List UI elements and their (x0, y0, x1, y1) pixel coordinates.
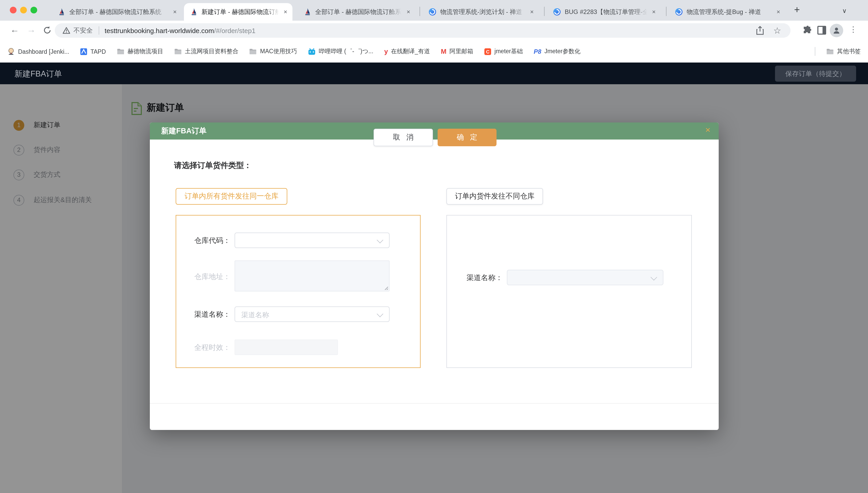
zoom-window-button[interactable] (30, 7, 37, 14)
bookmark-folder-mac[interactable]: MAC使用技巧 (249, 47, 297, 55)
url-host[interactable]: testtrunkbooking.hart-worldwide.com (105, 27, 214, 34)
different-warehouse-panel: 渠道名称： (447, 215, 692, 368)
warehouse-address-label: 仓库地址： (176, 272, 231, 282)
zentao-icon (428, 8, 437, 16)
back-icon[interactable]: ← (10, 25, 19, 35)
browser-toolbar: ← → 不安全 testtrunkbooking.hart-worldwide.… (0, 21, 868, 40)
profile-avatar[interactable] (830, 24, 843, 37)
bookmark-jenkins[interactable]: Dashboard [Jenki... (7, 47, 69, 55)
channel-name-label: 渠道名称： (447, 273, 503, 283)
folder-icon (249, 48, 257, 55)
svg-text:C: C (486, 49, 490, 54)
browser-menu-kebab-icon[interactable]: ⋮ (849, 25, 857, 34)
bookmark-tapd[interactable]: TAPD (80, 48, 106, 55)
address-divider (99, 26, 99, 35)
url-path[interactable]: /#/order/step1 (214, 27, 255, 34)
bookmark-label: TAPD (90, 48, 106, 55)
bookmark-alimail[interactable]: M阿里邮箱 (441, 47, 473, 55)
bookmark-label: 赫德物流项目 (128, 47, 163, 55)
person-icon (832, 26, 841, 35)
bookmark-jmeter-params[interactable]: P8Jmeter参数化 (534, 47, 581, 55)
address-bar[interactable]: 不安全 testtrunkbooking.hart-worldwide.com/… (55, 23, 790, 38)
csdn-icon: C (484, 48, 491, 55)
hart-logo-icon (190, 8, 198, 16)
tab-close-icon[interactable]: × (776, 8, 781, 16)
channel-name-select-disabled[interactable] (507, 270, 664, 285)
side-panel-icon[interactable] (817, 25, 827, 35)
tab-close-icon[interactable]: × (283, 8, 288, 16)
p8-icon: P8 (534, 48, 541, 55)
tab-title: 全部订单 - 赫德国际物流订舱系统 (315, 7, 404, 16)
cancel-button[interactable]: 取 消 (373, 129, 433, 146)
save-order-button[interactable]: 保存订单（待提交） (775, 66, 856, 82)
browser-window: 全部订单 - 赫德国际物流订舱系统 × 新建订单 - 赫德国际物流订舱系统 × … (0, 0, 868, 493)
tab-close-icon[interactable]: × (529, 8, 535, 16)
tab-title: 物流管理系统-提Bug - 禅道 (687, 7, 774, 16)
other-bookmarks-label: 其他书签 (837, 47, 861, 55)
bookmark-folder-tuliu[interactable]: 土流网项目资料整合 (174, 47, 238, 55)
youdao-icon: y (384, 47, 388, 55)
close-window-button[interactable] (10, 7, 17, 14)
resize-grip-icon[interactable] (384, 286, 389, 291)
tab-close-icon[interactable]: × (172, 8, 178, 16)
channel-name-label: 渠道名称： (176, 310, 231, 319)
forward-icon[interactable]: → (27, 25, 36, 35)
bilibili-icon (308, 48, 316, 55)
channel-placeholder: 渠道名称 (241, 310, 269, 320)
share-icon[interactable] (756, 26, 764, 35)
jenkins-icon (7, 47, 15, 55)
tab-zentao-bug-2283[interactable]: BUG #2283【物流订单管理-全 × (547, 3, 661, 21)
tab-search-caret-icon[interactable]: ∨ (842, 7, 847, 15)
new-tab-button[interactable]: + (794, 4, 800, 16)
tab-new-order-active[interactable]: 新建订单 - 赫德国际物流订舱系统 × (184, 3, 292, 21)
bookmark-star-icon[interactable]: ☆ (774, 25, 781, 36)
hart-logo-icon (57, 8, 66, 16)
bookmark-folder-hede[interactable]: 赫德物流项目 (117, 47, 163, 55)
tab-separator (544, 7, 545, 16)
same-warehouse-panel: 仓库代码： 仓库地址： 渠道名称： 渠道名称 全程时效： (176, 215, 420, 368)
modal-title: 新建FBA订单 (161, 126, 207, 136)
tab-zentao-plan[interactable]: 物流管理系统-浏览计划 - 禅道 × (422, 3, 539, 21)
modal-header: 新建FBA订单 × (150, 123, 719, 140)
new-fba-order-modal: 新建FBA订单 × 请选择订单货件类型： 订单内所有货件发往同一仓库 订单内货件… (150, 123, 719, 430)
bookmark-bilibili[interactable]: 哔哩哔哩 (゜-゜)つ... (308, 47, 373, 55)
tab-title: BUG #2283【物流订单管理-全 (565, 7, 649, 16)
bookmark-jmeter-basic[interactable]: Cjmeter基础 (484, 47, 523, 55)
not-secure-warning-icon (63, 27, 70, 34)
option-same-warehouse-button[interactable]: 订单内所有货件发往同一仓库 (176, 188, 287, 205)
tab-close-icon[interactable]: × (651, 8, 657, 16)
extensions-puzzle-icon[interactable] (802, 25, 813, 36)
tab-all-orders-2[interactable]: 全部订单 - 赫德国际物流订舱系统 × (298, 3, 415, 21)
option-different-warehouse-button[interactable]: 订单内货件发往不同仓库 (447, 188, 543, 205)
bookmark-label: 在线翻译_有道 (391, 47, 430, 55)
warehouse-code-select[interactable] (235, 233, 390, 248)
confirm-button[interactable]: 确 定 (438, 129, 497, 146)
bookmark-label: 阿里邮箱 (450, 47, 473, 55)
bookmarks-bar: Dashboard [Jenki... TAPD 赫德物流项目 土流网项目资料整… (0, 40, 868, 63)
folder-icon (117, 48, 125, 55)
bookmark-label: MAC使用技巧 (260, 47, 297, 55)
bookmarks-divider (815, 47, 815, 56)
channel-name-select[interactable]: 渠道名称 (235, 306, 390, 322)
modal-close-icon[interactable]: × (705, 125, 711, 135)
tab-all-orders-1[interactable]: 全部订单 - 赫德国际物流订舱系统 × (52, 3, 182, 21)
lead-time-input[interactable] (235, 340, 338, 355)
warehouse-address-textarea[interactable] (235, 260, 390, 292)
other-bookmarks[interactable]: 其他书签 (826, 47, 861, 55)
alimail-icon: M (441, 47, 447, 55)
zentao-icon (553, 8, 561, 16)
bookmark-label: 哔哩哔哩 (゜-゜)つ... (319, 47, 373, 55)
security-label[interactable]: 不安全 (73, 26, 93, 35)
app-header-title: 新建FBA订单 (15, 69, 62, 80)
reload-icon[interactable] (43, 26, 52, 35)
modal-footer (150, 403, 719, 430)
minimize-window-button[interactable] (20, 7, 27, 14)
folder-icon (826, 48, 834, 55)
cargo-type-prompt: 请选择订单货件类型： (174, 161, 252, 171)
bookmark-label: 土流网项目资料整合 (185, 47, 238, 55)
tab-zentao-report-bug[interactable]: 物流管理系统-提Bug - 禅道 × (669, 3, 785, 21)
chevron-down-icon (377, 237, 383, 243)
bookmark-youdao[interactable]: y在线翻译_有道 (384, 47, 430, 55)
tab-title: 物流管理系统-浏览计划 - 禅道 (440, 7, 527, 16)
tab-close-icon[interactable]: × (406, 8, 411, 16)
